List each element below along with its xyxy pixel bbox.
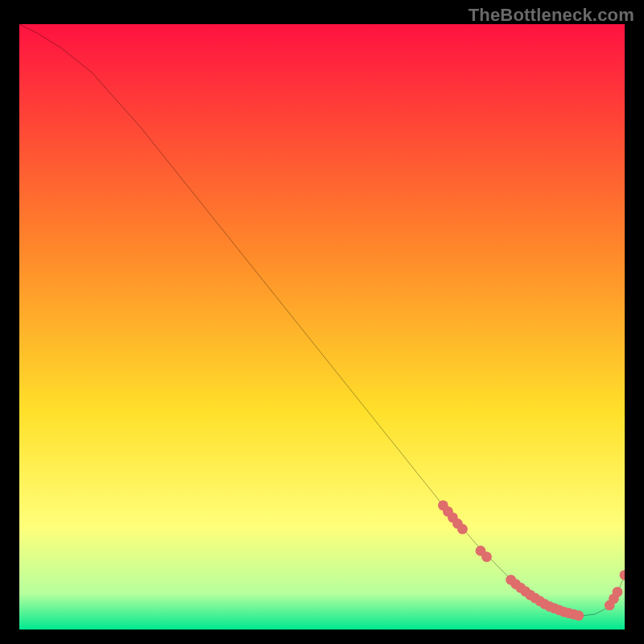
curve-markers — [438, 500, 625, 621]
watermark-text: TheBottleneck.com — [469, 5, 634, 26]
chart-svg — [19, 24, 625, 630]
plot-area — [19, 24, 625, 630]
curve-marker — [620, 570, 625, 580]
chart-frame: TheBottleneck.com — [0, 0, 644, 644]
curve-marker — [573, 610, 584, 621]
curve-marker — [613, 587, 623, 597]
curve-marker — [481, 551, 492, 562]
bottleneck-curve — [19, 24, 625, 616]
curve-marker — [457, 524, 468, 535]
